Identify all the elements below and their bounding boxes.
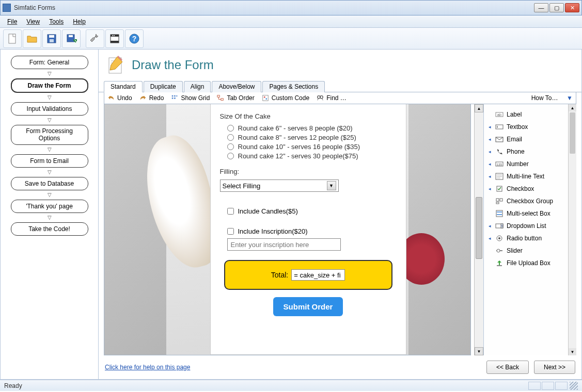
palette-item-checkbox[interactable]: ◂Checkbox [485, 183, 574, 195]
label-icon: ab [495, 111, 504, 118]
palette-item-label: Phone [507, 148, 525, 155]
palette-item-radio[interactable]: ◂Radio button [485, 232, 574, 244]
palette-item-number[interactable]: ◂135Number [485, 158, 574, 170]
svg-text:?: ? [132, 35, 137, 43]
step-save-to-database[interactable]: Save to Database [11, 177, 88, 190]
step-form-processing-options[interactable]: Form Processing Options [11, 125, 88, 145]
size-option-3[interactable]: Round cake 12" - serves 30 people($75) [227, 152, 397, 160]
minimize-button[interactable]: — [534, 3, 548, 12]
form-canvas[interactable]: Size Of the Cake Round cake 6" - serves … [104, 104, 471, 355]
palette-item-fileupload[interactable]: File Upload Box [485, 257, 574, 269]
svg-point-10 [114, 35, 115, 36]
size-option-1[interactable]: Round cake 8" - serves 12 people ($25) [227, 134, 397, 141]
submit-button[interactable]: Submit Order [273, 297, 343, 316]
size-label: Size Of the Cake [220, 112, 397, 120]
menu-tools[interactable]: Tools [45, 17, 68, 26]
step-take-the-code[interactable]: Take the Code! [11, 222, 88, 236]
size-option-2[interactable]: Round cake 10" - serves 16 people ($35) [227, 143, 397, 151]
tab-above-below[interactable]: Above/Below [212, 81, 261, 92]
svg-rect-50 [497, 265, 502, 266]
menu-view[interactable]: View [22, 17, 44, 26]
palette-item-label: Slider [507, 247, 523, 254]
filling-select[interactable]: Select Filling ▼ [220, 179, 339, 192]
close-button[interactable]: ✕ [565, 3, 579, 12]
svg-point-22 [264, 96, 265, 98]
palette-item-label[interactable]: abLabel [485, 108, 574, 121]
new-button[interactable] [3, 29, 22, 48]
how-to-dropdown[interactable]: How To… ▼ [531, 94, 573, 102]
palette-item-dropdown[interactable]: ◂Dropdown List [485, 220, 574, 232]
save-as-button[interactable] [62, 29, 81, 48]
undo-button[interactable]: Undo [107, 94, 132, 102]
scroll-thumb[interactable] [476, 197, 482, 259]
svg-point-25 [320, 96, 323, 99]
radio-input[interactable] [227, 153, 234, 159]
back-button[interactable]: << Back [486, 361, 529, 374]
canvas-scrollbar[interactable]: ▲ ▼ [474, 104, 483, 355]
step-input-validations[interactable]: Input Validations [11, 102, 88, 116]
svg-rect-39 [500, 199, 502, 201]
find-button[interactable]: Find … [317, 94, 347, 102]
custom-code-button[interactable]: Custom Code [262, 94, 309, 102]
flow-arrow-icon: ▽ [48, 95, 52, 100]
candles-checkbox[interactable] [227, 208, 234, 215]
palette-item-multiline[interactable]: ◂Multi-line Text [485, 170, 574, 183]
scroll-up-icon[interactable]: ▲ [569, 104, 576, 111]
tab-order-button[interactable]: Tab Order [217, 94, 254, 102]
step-draw-the-form[interactable]: Draw the Form [11, 78, 88, 93]
radio-input[interactable] [227, 143, 234, 150]
tab-pages-sections[interactable]: Pages & Sections [262, 81, 325, 92]
maximize-button[interactable]: ▢ [549, 3, 564, 12]
svg-point-49 [497, 249, 500, 252]
palette-item-checkboxgrp[interactable]: Checkbox Group [485, 195, 574, 207]
svg-rect-16 [177, 95, 178, 97]
tab-align[interactable]: Align [184, 81, 211, 92]
palette-item-email[interactable]: ◂Email [485, 133, 574, 145]
scroll-down-icon[interactable]: ▼ [475, 347, 483, 355]
show-grid-button[interactable]: Show Grid [171, 94, 210, 102]
menu-file[interactable]: File [3, 17, 21, 26]
next-button[interactable]: Next >> [534, 361, 575, 374]
expand-icon: ◂ [487, 161, 492, 167]
palette-item-phone[interactable]: ◂Phone [485, 145, 574, 158]
svg-point-24 [318, 96, 320, 99]
expand-icon: ◂ [487, 223, 492, 228]
multiline-icon [495, 173, 504, 180]
save-button[interactable] [42, 29, 61, 48]
tools-button[interactable] [86, 29, 104, 48]
size-option-0[interactable]: Round cake 6" - serves 8 people ($20) [227, 124, 397, 132]
inscription-input[interactable] [227, 238, 341, 251]
scroll-thumb[interactable] [570, 112, 575, 154]
phone-icon [495, 148, 504, 155]
secondary-toolbar: Undo Redo Show Grid Tab Order Custom Cod… [104, 92, 576, 104]
radio-input[interactable] [227, 134, 234, 141]
palette-item-slider[interactable]: Slider [485, 244, 574, 257]
help-button[interactable]: ? [125, 29, 144, 48]
step-form-to-email[interactable]: Form to Email [11, 154, 88, 168]
step-thank-you-page[interactable]: 'Thank you' page [11, 200, 88, 213]
radio-input[interactable] [227, 125, 234, 132]
menu-help[interactable]: Help [69, 17, 90, 26]
tab-duplicate[interactable]: Duplicate [144, 81, 183, 92]
palette-scrollbar[interactable]: ▲ ▼ [568, 104, 576, 355]
open-button[interactable] [23, 29, 41, 48]
flow-arrow-icon: ▽ [48, 170, 52, 175]
svg-rect-40 [496, 202, 499, 204]
redo-button[interactable]: Redo [139, 94, 164, 102]
preview-button[interactable] [105, 29, 124, 48]
help-link[interactable]: Click here for help on this page [105, 364, 190, 371]
inscription-checkbox-row[interactable]: Include Inscription($20) [227, 227, 397, 235]
palette-item-multiselect[interactable]: Multi-select Box [485, 207, 574, 220]
svg-text:ab: ab [497, 113, 501, 117]
palette-item-label: Checkbox Group [507, 198, 553, 205]
svg-rect-19 [217, 95, 219, 97]
resize-grip-icon[interactable] [570, 382, 578, 390]
inscription-checkbox[interactable] [227, 228, 234, 235]
scroll-down-icon[interactable]: ▼ [569, 348, 576, 355]
tab-standard[interactable]: Standard [104, 81, 143, 92]
total-field[interactable] [291, 269, 345, 281]
candles-checkbox-row[interactable]: Include Candles($5) [227, 207, 397, 215]
palette-item-textbox[interactable]: ◂Textbox [485, 121, 574, 133]
step-form-general[interactable]: Form: General [11, 56, 88, 69]
scroll-up-icon[interactable]: ▲ [475, 104, 483, 112]
